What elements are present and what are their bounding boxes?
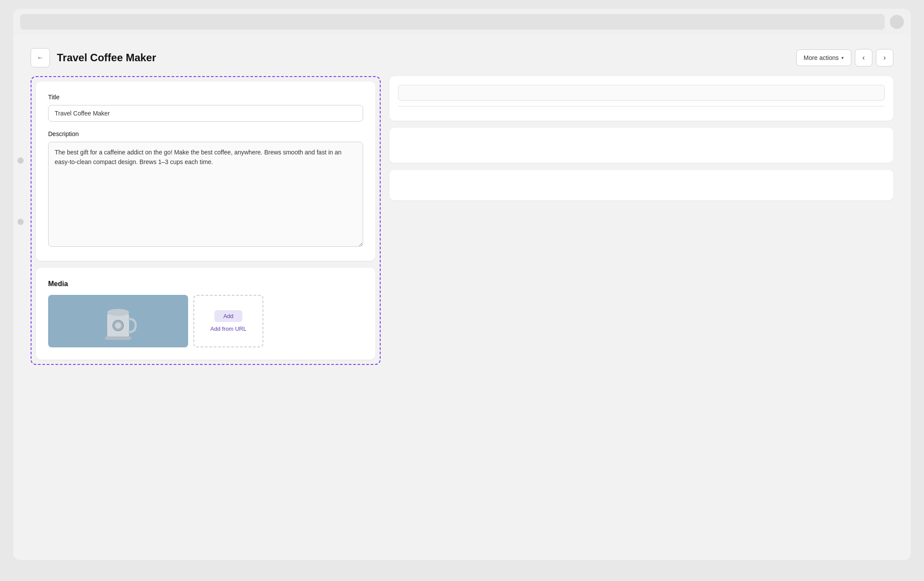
add-media-button[interactable]: Add	[214, 310, 242, 322]
right-input-1[interactable]	[398, 85, 885, 101]
prev-button[interactable]: ‹	[855, 49, 872, 66]
page-title: Travel Coffee Maker	[57, 52, 789, 64]
left-panel: Title Description Media	[31, 76, 381, 365]
side-handle-bottom	[18, 219, 24, 225]
svg-point-4	[115, 322, 121, 329]
add-from-url-link[interactable]: Add from URL	[210, 326, 246, 332]
right-widget-3	[389, 170, 893, 200]
right-panel	[389, 76, 893, 200]
title-label: Title	[48, 94, 363, 101]
description-label: Description	[48, 130, 363, 137]
description-textarea[interactable]	[48, 142, 363, 247]
back-arrow-icon: ←	[37, 54, 44, 62]
coffee-maker-svg	[96, 299, 140, 347]
prev-icon: ‹	[862, 54, 864, 62]
media-card: Media	[36, 268, 375, 360]
next-button[interactable]: ›	[876, 49, 893, 66]
content-layout: Title Description Media	[31, 76, 893, 365]
media-image	[48, 295, 188, 347]
media-label: Media	[48, 280, 363, 288]
more-actions-button[interactable]: More actions ▾	[796, 49, 851, 66]
title-description-card: Title Description	[36, 81, 375, 261]
right-widget-1	[389, 76, 893, 121]
title-input[interactable]	[48, 105, 363, 122]
right-widget-2	[389, 128, 893, 163]
svg-rect-2	[105, 336, 131, 340]
app-container: ← Travel Coffee Maker More actions ▾ ‹ ›…	[13, 35, 911, 560]
next-icon: ›	[883, 54, 886, 62]
back-button[interactable]: ←	[31, 48, 50, 67]
page-header: ← Travel Coffee Maker More actions ▾ ‹ ›	[31, 48, 893, 67]
side-handle-top	[18, 158, 24, 164]
svg-point-1	[107, 309, 129, 316]
media-add-box: Add Add from URL	[193, 295, 263, 347]
header-actions: More actions ▾ ‹ ›	[796, 49, 893, 66]
more-actions-label: More actions	[804, 54, 839, 61]
media-grid: Add Add from URL	[48, 295, 363, 347]
divider-1	[398, 106, 885, 107]
chevron-down-icon: ▾	[841, 55, 844, 61]
